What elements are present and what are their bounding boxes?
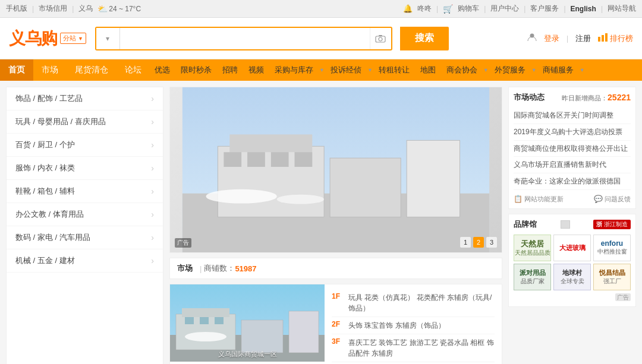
bell-icon: 🔔 — [403, 4, 413, 13]
floor-3-num: 3F — [332, 337, 344, 346]
dynamics-header: 市场动态 昨日新增商品：25221 — [514, 92, 631, 103]
header-right: 登录 | 注册 排行榜 — [527, 33, 633, 44]
sidebar-item-2[interactable]: 百货 / 厨卫 / 个护 › — [7, 134, 163, 157]
english-link[interactable]: English — [571, 5, 596, 13]
nav-clearance[interactable]: 尾货清仓 — [67, 59, 117, 81]
feedback-link[interactable]: 💬 问题反馈 — [594, 195, 631, 204]
nav-selected[interactable]: 优选 — [150, 59, 175, 81]
market-building-image[interactable]: 义乌国际商贸城一区 — [170, 284, 325, 362]
banner-image — [170, 87, 502, 252]
brand-item-0[interactable]: 天然居 天然居品品质 — [514, 235, 551, 261]
branch-chevron: ▼ — [78, 36, 83, 42]
bell-link[interactable]: 咚咚 — [417, 4, 432, 14]
sidebar-arrow-4: › — [151, 186, 154, 196]
sidebar-item-5[interactable]: 办公文教 / 体育用品 › — [7, 203, 163, 226]
dynamics-item-0[interactable]: 国际商贸城各区开关门时间调整 — [514, 107, 631, 124]
brand-item-1[interactable]: 大进玻璃 — [553, 235, 591, 261]
floor-2[interactable]: 2F 头饰 珠宝首饰 东辅房（饰品） — [332, 317, 495, 334]
zhejiang-label: 浙江制造 — [604, 220, 628, 229]
floor-1[interactable]: 1F 玩具 花类（仿真花） 花类配件 东辅房（玩具/饰品） — [332, 289, 495, 317]
login-link[interactable]: 登录 — [544, 33, 559, 44]
weather-info: ⛅ 24 ~ 17°C — [97, 4, 141, 14]
branch-button[interactable]: 分站 ▼ — [60, 33, 86, 44]
logo-area: 义乌购 分站 ▼ — [9, 27, 86, 50]
logo: 义乌购 — [9, 27, 57, 50]
nav-map[interactable]: 地图 — [416, 59, 440, 81]
svg-rect-26 — [185, 317, 194, 324]
cart-link[interactable]: 购物车 — [458, 4, 479, 14]
sidebar-label-7: 机械 / 五金 / 建材 — [15, 255, 75, 266]
right-sidebar: 市场动态 昨日新增商品：25221 国际商贸城各区开关门时间调整 2019年度义… — [508, 87, 636, 364]
divider4: | — [484, 5, 486, 13]
ranking-chart-icon — [598, 33, 608, 43]
sidebar-item-1[interactable]: 玩具 / 母婴用品 / 喜庆用品 › — [7, 110, 163, 134]
floor-3[interactable]: 3F 喜庆工艺 装饰工艺 旅游工艺 瓷器水晶 相框 饰品配件 东辅房 — [332, 334, 495, 362]
svg-rect-25 — [289, 311, 319, 353]
site-update-icon: 📋 — [514, 195, 523, 203]
nav-foreign-trade[interactable]: 外贸服务 — [490, 59, 530, 81]
svg-point-1 — [379, 37, 382, 41]
nav-market[interactable]: 市场 — [33, 59, 67, 81]
sidebar-label-3: 服饰 / 内衣 / 袜类 — [15, 163, 75, 173]
banner-dot-1[interactable]: 1 — [460, 237, 471, 248]
floor-2-num: 2F — [332, 320, 344, 328]
divider3: | — [436, 5, 438, 13]
brand-name-0: 天然居 — [515, 239, 550, 249]
svg-rect-10 — [229, 134, 312, 152]
sidebar-item-0[interactable]: 饰品 / 配饰 / 工艺品 › — [7, 87, 163, 110]
search-button[interactable]: 搜索 — [400, 27, 449, 50]
brand-item-5[interactable]: 悦昌结晶 强工厂 — [593, 264, 631, 290]
nav-flash-sale[interactable]: 限时秒杀 — [176, 59, 216, 81]
nav-home[interactable]: 首页 — [0, 59, 33, 81]
brand-logo-icon — [561, 220, 570, 229]
register-link[interactable]: 注册 — [575, 33, 591, 44]
yesterday-label: 昨日新增商品： — [562, 94, 608, 102]
sidebar-item-4[interactable]: 鞋靴 / 箱包 / 辅料 › — [7, 180, 163, 203]
credit-link[interactable]: 市场信用 — [39, 4, 67, 14]
dynamics-item-3[interactable]: 义乌市场开启直播销售新时代 — [514, 157, 631, 173]
search-input[interactable] — [120, 28, 370, 49]
site-update-link[interactable]: 📋 网站功能更新 — [514, 195, 564, 204]
cart-icon: 🛒 — [443, 4, 453, 14]
search-category-dropdown[interactable]: ▾ — [96, 28, 120, 49]
dynamics-item-1[interactable]: 2019年度义乌购十大评选启动投票 — [514, 124, 631, 141]
nav-transfer[interactable]: 转租转让 — [374, 59, 414, 81]
mobile-link[interactable]: 手机版 — [6, 4, 27, 14]
sidebar-item-6[interactable]: 数码 / 家电 / 汽车用品 › — [7, 226, 163, 249]
nav-forum[interactable]: 论坛 — [117, 59, 150, 81]
divider5: | — [524, 5, 525, 13]
user-center-link[interactable]: 用户中心 — [490, 4, 519, 14]
nav-video[interactable]: 视频 — [244, 59, 269, 81]
nav-chamber[interactable]: 商会协会 — [442, 59, 482, 81]
ranking-button[interactable]: 排行榜 — [598, 33, 633, 44]
nav-purchase[interactable]: 采购与库存 — [270, 59, 318, 81]
nav-arrow2: ▼ — [367, 67, 373, 73]
camera-search-icon[interactable] — [370, 28, 391, 49]
floor-1-num: 1F — [332, 292, 344, 300]
dynamics-item-4[interactable]: 奇葩伞业：这家企业的做派很德国 — [514, 173, 631, 190]
svg-point-18 — [277, 195, 324, 204]
feedback-icon: 💬 — [594, 195, 603, 203]
nav-complaint[interactable]: 投诉经侦 — [326, 59, 366, 81]
sidebar-arrow-1: › — [151, 117, 154, 126]
brand-item-4[interactable]: 地球村 全球专卖 — [553, 264, 591, 290]
nav-shop-service[interactable]: 商铺服务 — [538, 59, 578, 81]
banner-dot-2[interactable]: 2 — [473, 237, 484, 248]
sidebar-item-3[interactable]: 服饰 / 内衣 / 袜类 › — [7, 157, 163, 180]
market-section: 义乌国际商贸城一区 1F 玩具 花类（仿真花） 花类配件 东辅房（玩具/饰品） … — [169, 284, 502, 364]
svg-rect-22 — [182, 308, 229, 317]
nav-recruit[interactable]: 招聘 — [218, 59, 243, 81]
site-nav-link[interactable]: 网站导航 — [608, 4, 636, 14]
customer-service-link[interactable]: 客户服务 — [530, 4, 559, 14]
sidebar-label-2: 百货 / 厨卫 / 个护 — [15, 140, 75, 150]
brand-section: 品牌馆 浙 浙江制造 天然居 天然居品品质 大进玻璃 — [508, 214, 636, 307]
svg-point-23 — [185, 332, 226, 341]
brand-item-3[interactable]: 派对用品 品质厂家 — [514, 264, 551, 290]
sidebar-item-7[interactable]: 机械 / 五金 / 建材 › — [7, 249, 163, 273]
banner-dot-3[interactable]: 3 — [486, 237, 497, 248]
brand-item-2[interactable]: enforu 中档推拉窗 — [593, 235, 631, 261]
dynamics-item-2[interactable]: 商贸城商位使用权取得资格公开出让 — [514, 141, 631, 157]
svg-rect-6 — [605, 33, 608, 42]
divider2: | — [72, 5, 74, 13]
floor-3-desc: 喜庆工艺 装饰工艺 旅游工艺 瓷器水晶 相框 饰品配件 东辅房 — [348, 337, 495, 359]
